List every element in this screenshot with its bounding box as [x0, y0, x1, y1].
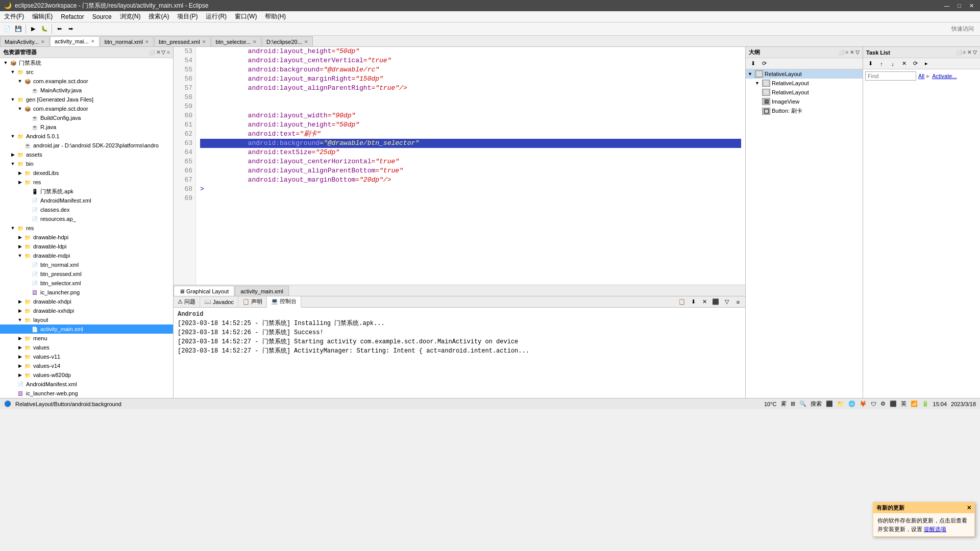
menu-item-a[interactable]: 搜索(A): [144, 11, 173, 22]
task-btn-1[interactable]: ⬇: [865, 59, 875, 69]
tree-item-jar[interactable]: ☕android.jar - D:\android SDK-2023\platf…: [0, 141, 173, 150]
tree-item-btn_pressed[interactable]: 📄btn_pressed.xml: [0, 269, 173, 279]
console-tab-1[interactable]: 📖Javadoc: [200, 296, 238, 308]
tree-item-apk[interactable]: 📱门禁系统.apk: [0, 187, 173, 196]
console-toolbar-btn-1[interactable]: ⬇: [688, 297, 698, 307]
menu-item-w[interactable]: 窗口(W): [231, 11, 261, 22]
tree-item-classes[interactable]: 📄classes.dex: [0, 205, 173, 214]
bottom-editor-tab-0[interactable]: 🖥Graphical Layout: [174, 286, 234, 296]
task-search-input[interactable]: [865, 71, 916, 81]
maximize-button[interactable]: □: [955, 3, 963, 9]
close-button[interactable]: ✕: [967, 3, 976, 9]
save-btn[interactable]: 💾: [13, 24, 23, 34]
console-toolbar-btn-2[interactable]: ✕: [699, 297, 709, 307]
tree-item-com2[interactable]: ▼📦com.example.sct.door: [0, 104, 173, 113]
tree-item-values-v14[interactable]: ▶📁values-v14: [0, 361, 173, 370]
tree-item-activity_main[interactable]: 📄activity_main.xml: [0, 324, 173, 334]
tree-item-r[interactable]: ☕R.java: [0, 122, 173, 132]
editor-tab-2[interactable]: btn_normal.xml✕: [100, 36, 154, 46]
tree-item-drawable-hdpi[interactable]: ▶📁drawable-hdpi: [0, 233, 173, 242]
outline-sync-btn[interactable]: ⟳: [759, 59, 769, 69]
tree-item-values-v11[interactable]: ▶📁values-v11: [0, 352, 173, 361]
tree-item-ic_launcher[interactable]: 🖼ic_launcher.png: [0, 288, 173, 297]
tree-item-drawable-mdpi[interactable]: ▼📁drawable-mdpi: [0, 251, 173, 260]
activate-link[interactable]: Activate...: [932, 73, 957, 79]
tree-item-res[interactable]: ▼📁res: [0, 223, 173, 233]
code-line-69[interactable]: [200, 194, 741, 203]
task-btn-3[interactable]: ↓: [888, 59, 898, 69]
outline-collapse-btn[interactable]: ⬇: [748, 59, 758, 69]
tree-item-res_bin[interactable]: ▶📁res: [0, 178, 173, 187]
tree-item-bin[interactable]: ▼📁bin: [0, 159, 173, 168]
console-toolbar-btn-3[interactable]: ⬛: [710, 297, 721, 307]
code-line-67[interactable]: android:layout_marginBottom="20dp"/>: [200, 176, 741, 185]
task-btn-4[interactable]: ✕: [899, 59, 909, 69]
task-btn-2[interactable]: ↑: [876, 59, 887, 69]
code-line-63[interactable]: android:background="@drawable/btn_select…: [200, 139, 741, 148]
tree-item-com1[interactable]: ▼📦com.example.sct.door: [0, 77, 173, 86]
tree-item-build[interactable]: ☕BuildConfig.java: [0, 113, 173, 122]
tree-item-main[interactable]: ☕MainActivity.java: [0, 86, 173, 95]
debug-btn[interactable]: 🐛: [39, 24, 50, 34]
code-line-62[interactable]: android:text="刷卡": [200, 130, 741, 139]
console-tab-2[interactable]: 📋声明: [238, 296, 267, 308]
editor-tab-3[interactable]: btn_pressed.xml✕: [154, 36, 211, 46]
menu-item-source[interactable]: Source: [88, 11, 116, 22]
menu-item-e[interactable]: 编辑(E): [28, 11, 57, 22]
code-line-56[interactable]: android:layout_marginRight="150dp": [200, 74, 741, 84]
code-line-68[interactable]: >: [200, 185, 741, 194]
notification-link[interactable]: 提醒选项: [924, 526, 946, 532]
tree-item-resources[interactable]: 📄resources.ap_: [0, 214, 173, 223]
tree-item-values[interactable]: ▶📁values: [0, 343, 173, 352]
notification-close-btn[interactable]: ✕: [967, 505, 971, 511]
outline-item-4[interactable]: 🔲Button: 刷卡: [746, 106, 863, 116]
tree-item-layout[interactable]: ▼📁layout: [0, 315, 173, 324]
code-editor[interactable]: 5354555657585960616263646566676869 andro…: [174, 47, 745, 285]
menu-item-n[interactable]: 浏览(N): [116, 11, 145, 22]
editor-tab-1[interactable]: activity_mai...✕: [50, 36, 100, 46]
search-label[interactable]: 搜索: [811, 400, 822, 408]
back-btn[interactable]: ⬅: [54, 24, 64, 34]
code-line-57[interactable]: android:layout_alignParentRight="true"/>: [200, 84, 741, 93]
forward-btn[interactable]: ➡: [65, 24, 76, 34]
tree-item-btn_selector[interactable]: 📄btn_selector.xml: [0, 279, 173, 288]
tab-close-3[interactable]: ✕: [202, 39, 206, 44]
code-line-54[interactable]: android:layout_centerVertical="true": [200, 56, 741, 65]
editor-tab-0[interactable]: MainActivity...✕: [0, 36, 50, 46]
tree-item-drawable-xxhdpi[interactable]: ▶📁drawable-xxhdpi: [0, 306, 173, 315]
task-btn-5[interactable]: ⟳: [910, 59, 920, 69]
tree-item-gen[interactable]: ▼📁gen [Generated Java Files]: [0, 95, 173, 104]
menu-item-refactor[interactable]: Refactor: [57, 11, 88, 22]
tree-item-values-w820dp[interactable]: ▶📁values-w820dp: [0, 370, 173, 380]
task-btn-6[interactable]: ▸: [921, 59, 932, 69]
code-line-53[interactable]: android:layout_height="50dp": [200, 47, 741, 56]
tree-item-src[interactable]: ▼📁src: [0, 67, 173, 77]
tree-item-manifest_bin[interactable]: 📄AndroidManifest.xml: [0, 196, 173, 205]
tab-close-4[interactable]: ✕: [253, 39, 257, 44]
console-toolbar-btn-5[interactable]: ≡: [733, 297, 743, 307]
console-tab-0[interactable]: ⚠问题: [174, 296, 200, 308]
tree-item-dexed[interactable]: ▶📁dexedLibs: [0, 168, 173, 178]
bottom-editor-tab-1[interactable]: activity_main.xml: [235, 286, 289, 296]
tree-item-ic_launcher_web[interactable]: 🖼ic_launcher-web.png: [0, 389, 173, 398]
tree-item-drawable-xhdpi[interactable]: ▶📁drawable-xhdpi: [0, 297, 173, 306]
code-line-66[interactable]: android:layout_alignParentBottom="true": [200, 166, 741, 176]
outline-item-2[interactable]: ⬜RelativeLayout: [746, 88, 863, 97]
editor-tab-5[interactable]: D:\eclipse20...✕: [262, 36, 313, 46]
minimize-button[interactable]: —: [942, 3, 951, 9]
console-tab-3[interactable]: 💻控制台: [267, 296, 301, 308]
tab-close-1[interactable]: ✕: [91, 39, 95, 44]
new-btn[interactable]: 📄: [2, 24, 12, 34]
filter-all-link[interactable]: All: [918, 73, 924, 79]
tab-close-0[interactable]: ✕: [41, 39, 45, 44]
outline-item-3[interactable]: 🖼ImageView: [746, 97, 863, 106]
tree-item-assets[interactable]: ▶📁assets: [0, 150, 173, 159]
tree-item-menu[interactable]: ▶📁menu: [0, 334, 173, 343]
menu-item-r[interactable]: 运行(R): [202, 11, 231, 22]
code-line-58[interactable]: [200, 93, 741, 102]
console-toolbar-btn-0[interactable]: 📋: [677, 297, 687, 307]
console-toolbar-btn-4[interactable]: ▽: [722, 297, 732, 307]
code-line-65[interactable]: android:layout_centerHorizontal="true": [200, 157, 741, 166]
editor-tab-4[interactable]: btn_selector...✕: [211, 36, 262, 46]
tree-item-android[interactable]: ▼📁Android 5.0.1: [0, 132, 173, 141]
